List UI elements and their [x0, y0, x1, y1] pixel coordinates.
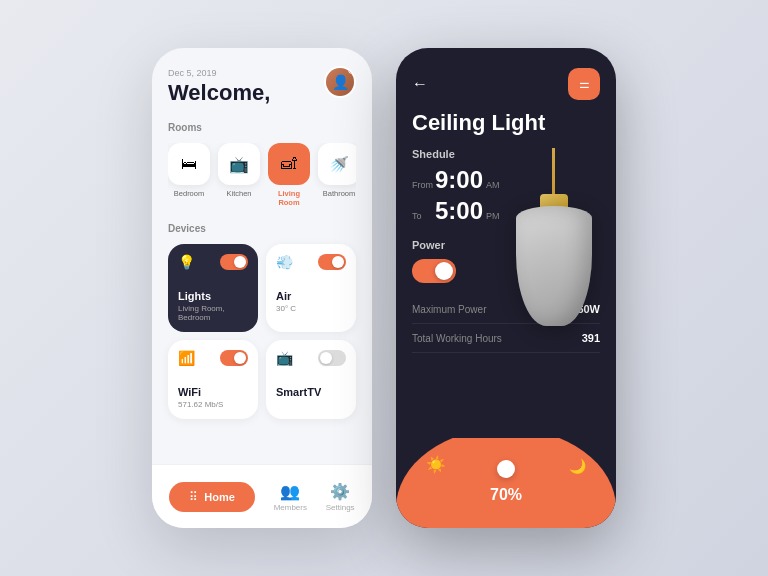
air-device-name: Air — [276, 290, 346, 302]
room-icon-kitchen: 📺 — [218, 143, 260, 185]
smarttv-device-name: SmartTV — [276, 386, 346, 398]
brightness-arc: ☀️ 70% 🌙 — [396, 438, 616, 528]
sliders-icon: ⚌ — [579, 77, 590, 91]
rooms-list: 🛏 Bedroom 📺 Kitchen 🛋 Living Room 🚿 Bath… — [168, 143, 356, 207]
spec-row-max-power: Maximum Power 60W — [412, 295, 600, 324]
members-icon: 👥 — [280, 482, 300, 501]
home-nav-label: Home — [204, 491, 235, 503]
phone-left: Dec 5, 2019 Welcome, 👤 Rooms 🛏 Bedroom 📺… — [152, 48, 372, 528]
device-card-smarttv-header: 📺 — [276, 350, 346, 366]
from-label: From — [412, 180, 432, 190]
lights-device-sub: Living Room, Bedroom — [178, 304, 248, 322]
devices-grid: 💡 Lights Living Room, Bedroom 💨 — [168, 244, 356, 419]
right-header: ← ⚌ — [396, 48, 616, 110]
wifi-icon: 📶 — [178, 350, 195, 366]
sun-icon: ☀️ — [426, 455, 446, 474]
schedule-section: Shedule From 9:00 AM To 5:00 PM — [412, 148, 600, 225]
schedule-to-row: To 5:00 PM — [412, 197, 600, 225]
rooms-section-label: Rooms — [168, 122, 356, 133]
room-label-kitchen: Kitchen — [226, 189, 251, 198]
lights-toggle-knob — [234, 256, 246, 268]
power-label: Power — [412, 239, 600, 251]
home-dots-icon: ⠿ — [189, 490, 198, 504]
ceiling-light-title: Ceiling Light — [396, 110, 616, 148]
device-card-air[interactable]: 💨 Air 30° C — [266, 244, 356, 332]
device-card-air-header: 💨 — [276, 254, 346, 270]
power-toggle-knob — [435, 262, 453, 280]
room-label-bedroom: Bedroom — [174, 189, 204, 198]
wifi-device-sub: 571.62 Mb/S — [178, 400, 248, 409]
lights-toggle[interactable] — [220, 254, 248, 270]
power-section: Power — [412, 239, 600, 283]
members-nav-label: Members — [274, 503, 307, 512]
air-toggle-knob — [332, 256, 344, 268]
from-ampm: AM — [486, 180, 500, 190]
schedule-from-row: From 9:00 AM — [412, 166, 600, 194]
from-time: 9:00 — [435, 166, 483, 194]
avatar[interactable]: 👤 — [324, 66, 356, 98]
room-icon-bathroom: 🚿 — [318, 143, 356, 185]
wifi-toggle[interactable] — [220, 350, 248, 366]
arc-percent-value: 70% — [490, 486, 522, 504]
members-nav-item[interactable]: 👥 Members — [274, 482, 307, 512]
room-icon-living: 🛋 — [268, 143, 310, 185]
spec-row-working-hours: Total Working Hours 391 — [412, 324, 600, 353]
device-card-wifi[interactable]: 📶 WiFi 571.62 Mb/S — [168, 340, 258, 419]
smarttv-toggle-knob — [320, 352, 332, 364]
device-card-lights-header: 💡 — [178, 254, 248, 270]
devices-section-label: Devices — [168, 223, 356, 234]
room-item-living[interactable]: 🛋 Living Room — [268, 143, 310, 207]
light-bulb-icon: 💡 — [178, 254, 195, 270]
power-toggle[interactable] — [412, 259, 456, 283]
working-hours-value: 391 — [582, 332, 600, 344]
arc-background — [396, 438, 616, 528]
room-label-bathroom: Bathroom — [323, 189, 356, 198]
phones-container: Dec 5, 2019 Welcome, 👤 Rooms 🛏 Bedroom 📺… — [152, 48, 616, 528]
arc-slider-knob[interactable] — [497, 460, 515, 478]
tv-icon: 📺 — [276, 350, 293, 366]
to-ampm: PM — [486, 211, 500, 221]
max-power-label: Maximum Power — [412, 304, 486, 315]
schedule-label: Shedule — [412, 148, 600, 160]
room-item-bathroom[interactable]: 🚿 Bathroom — [318, 143, 356, 207]
settings-nav-item[interactable]: ⚙️ Settings — [326, 482, 355, 512]
device-card-smarttv[interactable]: 📺 SmartTV — [266, 340, 356, 419]
device-card-wifi-header: 📶 — [178, 350, 248, 366]
air-toggle[interactable] — [318, 254, 346, 270]
room-label-living: Living Room — [268, 189, 310, 207]
phone-right: ← ⚌ Ceiling Light Shedule From 9:00 AM — [396, 48, 616, 528]
smarttv-toggle[interactable] — [318, 350, 346, 366]
air-device-sub: 30° C — [276, 304, 346, 313]
wifi-toggle-knob — [234, 352, 246, 364]
bottom-nav: ⠿ Home 👥 Members ⚙️ Settings — [152, 464, 372, 528]
settings-button[interactable]: ⚌ — [568, 68, 600, 100]
back-button[interactable]: ← — [412, 75, 428, 93]
working-hours-label: Total Working Hours — [412, 333, 502, 344]
moon-icon: 🌙 — [569, 458, 586, 474]
device-card-lights[interactable]: 💡 Lights Living Room, Bedroom — [168, 244, 258, 332]
to-label: To — [412, 211, 432, 221]
room-item-kitchen[interactable]: 📺 Kitchen — [218, 143, 260, 207]
room-item-bedroom[interactable]: 🛏 Bedroom — [168, 143, 210, 207]
settings-nav-label: Settings — [326, 503, 355, 512]
air-icon: 💨 — [276, 254, 293, 270]
home-nav-button[interactable]: ⠿ Home — [169, 482, 255, 512]
left-content: Dec 5, 2019 Welcome, 👤 Rooms 🛏 Bedroom 📺… — [152, 48, 372, 464]
wifi-device-name: WiFi — [178, 386, 248, 398]
max-power-value: 60W — [577, 303, 600, 315]
lights-device-name: Lights — [178, 290, 248, 302]
to-time: 5:00 — [435, 197, 483, 225]
settings-icon: ⚙️ — [330, 482, 350, 501]
room-icon-bedroom: 🛏 — [168, 143, 210, 185]
